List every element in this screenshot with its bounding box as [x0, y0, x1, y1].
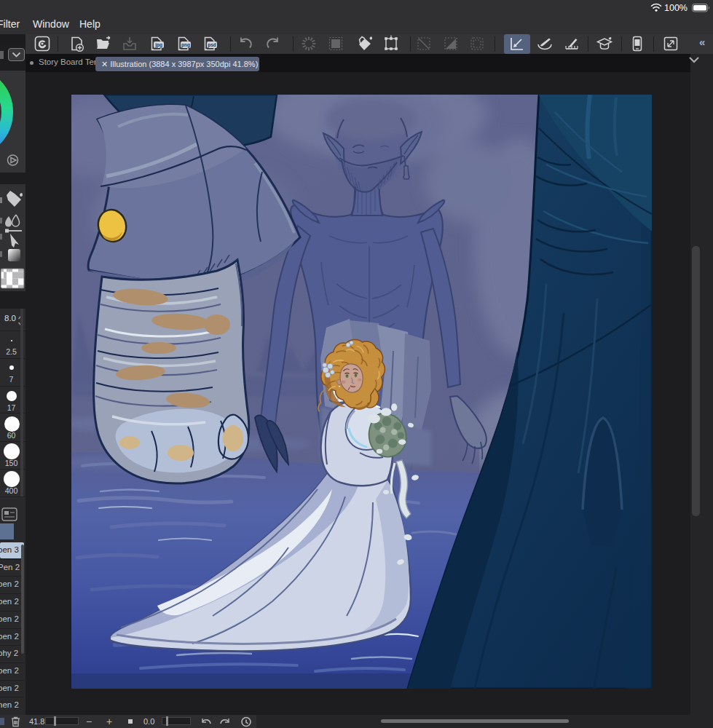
svg-text:psd: psd [208, 42, 216, 48]
svg-text:100%: 100% [664, 3, 688, 13]
svg-text:png: png [181, 42, 190, 48]
svg-text:jpg: jpg [154, 42, 162, 48]
